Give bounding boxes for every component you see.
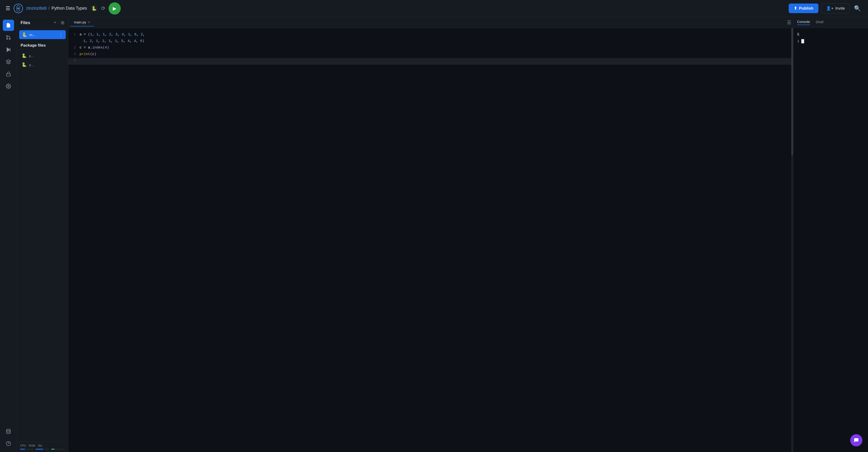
file-options-button[interactable]: ⋮ xyxy=(59,32,63,37)
editor-area: main.py × ☰ 1 a = (1, 1, 1, 2, 3, 4, 1, … xyxy=(68,17,793,452)
console-tab[interactable]: Console xyxy=(797,20,810,25)
console-output: 5 ❯ xyxy=(794,28,868,452)
code-line-1-cont: 1, 2, 1, 2, 1, 1, 5, 4, 4, 6) xyxy=(68,38,793,45)
file-panel: Files + | ⊞ 🐍 m... ⋮ Package files 🐍 p..… xyxy=(17,17,68,452)
sidebar-item-secrets[interactable] xyxy=(3,68,14,80)
cpu-label: CPU xyxy=(20,444,26,447)
file-panel-actions: + | ⊞ xyxy=(54,20,64,25)
code-line-4: 4 xyxy=(68,58,793,65)
sidebar-item-git[interactable] xyxy=(3,32,14,43)
console-prompt: ❯ xyxy=(797,39,864,44)
console-area: Console Shell 5 ❯ xyxy=(793,17,868,452)
sidebar-item-files[interactable] xyxy=(3,20,14,31)
package-section-title: Package files xyxy=(21,43,64,48)
sidebar-item-database[interactable] xyxy=(3,426,14,437)
sidebar-item-package[interactable] xyxy=(3,56,14,67)
publish-upload-icon: ⬆ xyxy=(794,6,797,11)
svg-marker-6 xyxy=(7,48,10,52)
svg-marker-8 xyxy=(6,60,10,62)
prompt-arrow-icon: ❯ xyxy=(797,39,800,44)
ram-bar-wrap xyxy=(36,449,49,450)
breadcrumb-separator: / xyxy=(49,6,50,11)
package-file-1[interactable]: 🐍 p... xyxy=(21,51,64,60)
package-file-2-icon: 🐍 xyxy=(22,62,27,67)
new-folder-button[interactable]: ⊞ xyxy=(61,20,64,25)
new-file-button[interactable]: + xyxy=(54,20,56,25)
invite-label: Invite xyxy=(835,6,845,11)
active-file-item[interactable]: 🐍 m... ⋮ xyxy=(19,30,66,39)
svg-point-10 xyxy=(8,85,9,87)
invite-button[interactable]: 👤+ Invite xyxy=(821,3,850,13)
cpu-bar xyxy=(20,449,25,450)
svg-point-3 xyxy=(6,36,8,37)
svg-point-11 xyxy=(6,429,10,431)
editor-tabs: main.py × ☰ xyxy=(68,17,793,28)
line-content-2: c = a.index(4) xyxy=(80,45,793,51)
package-file-1-name: p... xyxy=(29,54,34,58)
console-output-line: 5 xyxy=(797,32,864,38)
package-file-2[interactable]: 🐍 p... xyxy=(21,60,64,69)
code-line-2: 2 c = a.index(4) xyxy=(68,45,793,52)
stats-row: CPU RAM Sto xyxy=(20,444,65,447)
line-content-1: a = (1, 1, 1, 2, 3, 4, 1, 6, 2, xyxy=(80,32,793,37)
sidebar-item-help[interactable] xyxy=(3,438,14,449)
sto-bar xyxy=(51,449,55,450)
sidebar-nav xyxy=(0,17,17,452)
file-panel-stats: CPU RAM Sto xyxy=(17,442,68,452)
ram-bar xyxy=(36,449,43,450)
code-line-1: 1 a = (1, 1, 1, 2, 3, 4, 1, 6, 2, xyxy=(68,32,793,38)
line-number-2: 2 xyxy=(68,45,80,51)
file-panel-title: Files xyxy=(21,20,52,25)
cpu-bar-wrap xyxy=(20,449,34,450)
file-panel-header: Files + | ⊞ xyxy=(17,17,68,29)
run-button[interactable]: ▶ xyxy=(108,2,121,15)
publish-label: Publish xyxy=(799,6,813,11)
svg-point-4 xyxy=(6,38,8,39)
sidebar-item-settings[interactable] xyxy=(3,81,14,92)
code-line-3: 3 print(c) xyxy=(68,52,793,58)
line-number-4: 4 xyxy=(68,58,80,64)
python-file-icon: 🐍 xyxy=(22,32,27,37)
line-content-3: print(c) xyxy=(80,52,793,57)
package-file-2-name: p... xyxy=(29,63,34,67)
line-number-3: 3 xyxy=(68,52,80,57)
editor-scrollbar-thumb xyxy=(791,28,793,155)
console-tabs: Console Shell xyxy=(794,17,868,28)
shell-tab[interactable]: Shell xyxy=(815,20,823,25)
code-editor[interactable]: 1 a = (1, 1, 1, 2, 3, 4, 1, 6, 2, 1, 2, … xyxy=(68,28,793,452)
hamburger-menu-icon[interactable]: ☰ xyxy=(6,5,10,11)
python-badge-icon: 🐍 xyxy=(90,5,98,12)
line-content-4 xyxy=(80,58,793,64)
svg-point-1 xyxy=(17,7,19,9)
header-right: ⬆ Publish 👤+ Invite 🔍 xyxy=(789,3,862,13)
svg-point-2 xyxy=(9,38,10,39)
editor-scrollbar[interactable] xyxy=(791,28,793,452)
logo-icon xyxy=(13,4,23,13)
chat-button[interactable] xyxy=(850,434,862,446)
tab-close-button[interactable]: × xyxy=(88,20,90,24)
line-number-1: 1 xyxy=(68,32,80,37)
sidebar-item-run[interactable] xyxy=(3,44,14,55)
editor-tab-name: main.py xyxy=(74,20,86,24)
sto-bar-wrap xyxy=(51,449,65,450)
header: ☰ zinzinzibidi / Python Data Types 🐍 ⟳ ▶… xyxy=(0,0,868,17)
breadcrumb-project[interactable]: Python Data Types xyxy=(52,6,87,11)
search-button[interactable]: 🔍 xyxy=(852,4,862,13)
package-section: Package files 🐍 p... 🐍 p... xyxy=(17,40,68,72)
package-file-1-icon: 🐍 xyxy=(22,53,27,58)
editor-tab-main[interactable]: main.py × xyxy=(70,18,94,26)
svg-rect-9 xyxy=(6,74,10,76)
cursor-block xyxy=(801,39,804,43)
history-icon[interactable]: ⟳ xyxy=(101,5,105,11)
stat-bars xyxy=(20,449,65,450)
header-left: ☰ zinzinzibidi / Python Data Types 🐍 ⟳ ▶ xyxy=(6,2,785,15)
ram-label: RAM xyxy=(29,444,35,447)
sto-label: Sto xyxy=(38,444,42,447)
active-file-name: m... xyxy=(29,33,56,37)
breadcrumb-user[interactable]: zinzinzibidi xyxy=(26,6,46,11)
main-area: Files + | ⊞ 🐍 m... ⋮ Package files 🐍 p..… xyxy=(0,17,868,452)
breadcrumb: zinzinzibidi / Python Data Types xyxy=(26,6,87,11)
publish-button[interactable]: ⬆ Publish xyxy=(789,3,818,13)
invite-person-icon: 👤+ xyxy=(826,6,833,11)
editor-menu-button[interactable]: ☰ xyxy=(787,20,791,25)
